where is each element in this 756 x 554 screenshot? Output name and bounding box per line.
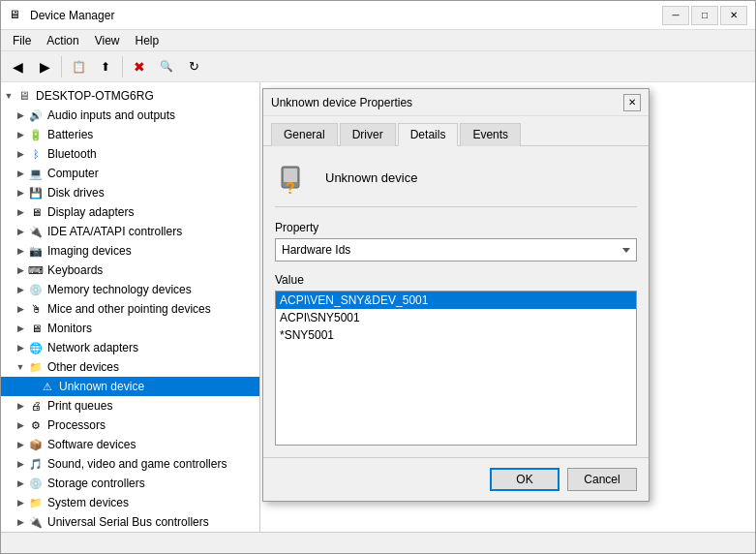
menu-file[interactable]: File [5,32,39,49]
window-title: Device Manager [30,9,662,22]
imaging-icon: 📷 [28,243,44,259]
storage-toggle[interactable]: ▶ [13,476,28,491]
system-icon: 📁 [28,495,44,510]
tree-item-mice[interactable]: ▶ 🖱 Mice and other pointing devices [1,299,259,319]
menu-view[interactable]: View [87,32,128,49]
tab-details[interactable]: Details [398,123,459,146]
batteries-toggle[interactable]: ▶ [13,127,28,142]
tree-item-network[interactable]: ▶ 🌐 Network adapters [1,338,259,357]
memory-label: Memory technology devices [47,283,192,296]
tree-root[interactable]: ▼ 🖥 DESKTOP-OTMG6RG [1,86,259,106]
value-item-1[interactable]: ACPI\SNY5001 [276,309,636,326]
value-item-0[interactable]: ACPI\VEN_SNY&DEV_5001 [276,292,636,309]
sound-toggle[interactable]: ▶ [13,456,28,472]
tree-item-otherdevices[interactable]: ▼ 📁 Other devices [1,357,259,377]
sound-label: Sound, video and game controllers [47,457,227,471]
tree-item-ide[interactable]: ▶ 🔌 IDE ATA/ATAPI controllers [1,222,259,241]
printqueues-icon: 🖨 [28,398,44,414]
bluetooth-toggle[interactable]: ▶ [13,146,28,162]
tree-item-storage[interactable]: ▶ 💿 Storage controllers [1,474,259,493]
properties-dialog: Unknown device Properties ✕ General Driv… [262,88,650,502]
value-list[interactable]: ACPI\VEN_SNY&DEV_5001 ACPI\SNY5001 *SNY5… [275,291,637,446]
app-icon: 🖥 [9,8,24,23]
diskdrives-toggle[interactable]: ▶ [13,185,28,200]
display-toggle[interactable]: ▶ [13,204,28,220]
keyboards-label: Keyboards [47,263,103,277]
keyboards-toggle[interactable]: ▶ [13,262,28,278]
property-select[interactable]: Hardware Ids Device Description Class Co… [275,238,637,262]
dialog-title: Unknown device Properties [271,96,623,109]
maximize-button[interactable]: □ [691,6,718,25]
menu-bar: File Action View Help [1,30,755,51]
tree-item-printqueues[interactable]: ▶ 🖨 Print queues [1,396,259,416]
toolbar-separator-1 [61,56,62,77]
tree-item-sound[interactable]: ▶ 🎵 Sound, video and game controllers [1,454,259,474]
network-toggle[interactable]: ▶ [13,340,28,355]
properties-button[interactable]: 📋 [66,54,91,79]
tree-item-audio[interactable]: ▶ 🔊 Audio inputs and outputs [1,106,259,125]
system-toggle[interactable]: ▶ [13,495,28,510]
tree-item-computer[interactable]: ▶ 💻 Computer [1,164,259,183]
device-icon-svg: ? [276,159,313,196]
uninstall-button[interactable]: ✖ [127,54,152,79]
refresh-button[interactable]: ↻ [181,54,206,79]
close-button[interactable]: ✕ [720,6,747,25]
forward-button[interactable]: ▶ [32,54,57,79]
tree-item-processors[interactable]: ▶ ⚙ Processors [1,416,259,435]
monitors-toggle[interactable]: ▶ [13,321,28,336]
usb-toggle[interactable]: ▶ [13,514,28,530]
memory-icon: 💿 [28,282,44,297]
tree-item-imaging[interactable]: ▶ 📷 Imaging devices [1,241,259,261]
tab-events[interactable]: Events [460,123,521,146]
diskdrives-icon: 💾 [28,185,44,200]
value-item-2[interactable]: *SNY5001 [276,326,636,344]
tree-item-keyboards[interactable]: ▶ ⌨ Keyboards [1,261,259,280]
audio-toggle[interactable]: ▶ [13,108,28,123]
root-toggle[interactable]: ▼ [1,88,16,104]
processors-toggle[interactable]: ▶ [13,417,28,433]
display-label: Display adapters [47,205,134,219]
mice-toggle[interactable]: ▶ [13,301,28,317]
device-tree[interactable]: ▼ 🖥 DESKTOP-OTMG6RG ▶ 🔊 Audio inputs and… [1,82,260,532]
tree-item-usb[interactable]: ▶ 🔌 Universal Serial Bus controllers [1,512,259,532]
value-section-label: Value [275,273,637,287]
tree-item-system[interactable]: ▶ 📁 System devices [1,493,259,512]
minimize-button[interactable]: ─ [662,6,689,25]
tree-item-diskdrives[interactable]: ▶ 💾 Disk drives [1,183,259,202]
printqueues-toggle[interactable]: ▶ [13,398,28,414]
root-label: DESKTOP-OTMG6RG [36,89,154,103]
cancel-button[interactable]: Cancel [567,468,637,491]
menu-help[interactable]: Help [128,32,167,49]
tree-item-batteries[interactable]: ▶ 🔋 Batteries [1,125,259,144]
tree-item-bluetooth[interactable]: ▶ ᛒ Bluetooth [1,144,259,164]
tree-item-display[interactable]: ▶ 🖥 Display adapters [1,202,259,222]
tree-item-monitors[interactable]: ▶ 🖥 Monitors [1,319,259,338]
tab-general[interactable]: General [271,123,338,146]
computer-toggle[interactable]: ▶ [13,166,28,181]
tree-item-software[interactable]: ▶ 📦 Software devices [1,435,259,454]
printqueues-label: Print queues [47,399,112,413]
ide-toggle[interactable]: ▶ [13,224,28,239]
tab-driver[interactable]: Driver [340,123,396,146]
memory-toggle[interactable]: ▶ [13,282,28,297]
dialog-content: ? Unknown device Property Hardware Ids D… [263,146,649,457]
network-icon: 🌐 [28,340,44,355]
title-bar: 🖥 Device Manager ─ □ ✕ [1,1,755,30]
network-label: Network adapters [47,341,138,354]
tree-item-memory[interactable]: ▶ 💿 Memory technology devices [1,280,259,299]
imaging-toggle[interactable]: ▶ [13,243,28,259]
property-section-label: Property [275,221,637,234]
back-button[interactable]: ◀ [5,54,30,79]
dialog-close-button[interactable]: ✕ [623,94,641,111]
ok-button[interactable]: OK [490,468,559,491]
otherdevices-toggle[interactable]: ▼ [13,359,28,375]
menu-action[interactable]: Action [39,32,86,49]
scan-button[interactable]: 🔍 [154,54,179,79]
window-controls: ─ □ ✕ [662,6,747,25]
update-driver-button[interactable]: ⬆ [93,54,118,79]
ide-label: IDE ATA/ATAPI controllers [47,225,182,238]
toolbar: ◀ ▶ 📋 ⬆ ✖ 🔍 ↻ [1,51,755,82]
software-toggle[interactable]: ▶ [13,437,28,452]
monitors-label: Monitors [47,322,92,335]
tree-item-unknowndevice[interactable]: ▶ ⚠ Unknown device [1,377,259,396]
